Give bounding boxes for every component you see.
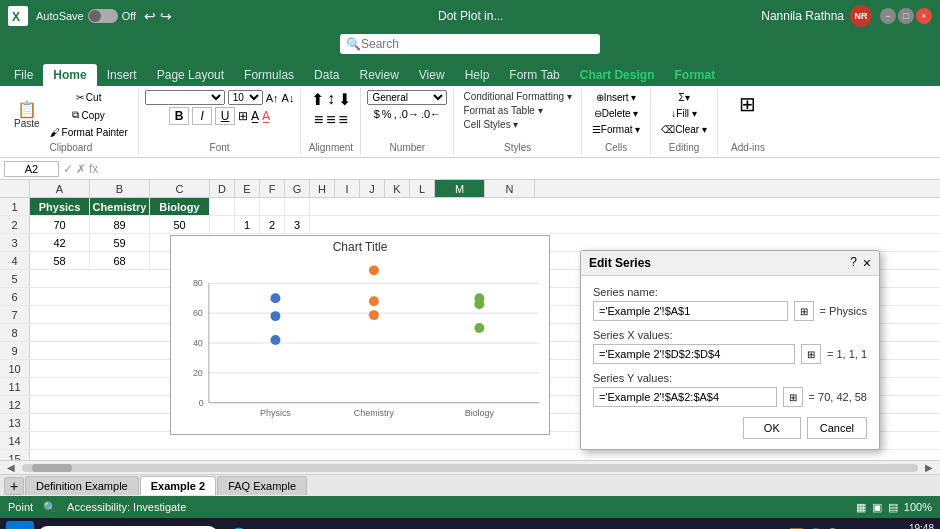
cell-E1[interactable]	[235, 198, 260, 215]
clear-button[interactable]: ⌫Clear ▾	[657, 122, 711, 137]
col-header-B[interactable]: B	[90, 180, 150, 197]
cell-B2[interactable]: 89	[90, 216, 150, 233]
insert-cells-button[interactable]: ⊕Insert ▾	[588, 90, 644, 105]
tab-file[interactable]: File	[4, 64, 43, 86]
cell-E2[interactable]: 1	[235, 216, 260, 233]
view-layout-icon[interactable]: ▣	[872, 501, 882, 514]
tab-home[interactable]: Home	[43, 64, 96, 86]
row-num-10[interactable]: 10	[0, 360, 30, 377]
taskbar-excel-icon[interactable]: X	[338, 523, 362, 529]
fx-icon[interactable]: fx	[89, 162, 98, 176]
cell-F1[interactable]	[260, 198, 285, 215]
dialog-help-button[interactable]: ?	[850, 255, 857, 271]
col-header-H[interactable]: H	[310, 180, 335, 197]
row-num-15[interactable]: 15	[0, 450, 30, 460]
fill-button[interactable]: ↓Fill ▾	[657, 106, 711, 121]
copy-button[interactable]: ⧉Copy	[46, 107, 132, 123]
cell-D2[interactable]	[210, 216, 235, 233]
col-header-L[interactable]: L	[410, 180, 435, 197]
increase-font-icon[interactable]: A↑	[266, 92, 279, 104]
col-header-I[interactable]: I	[335, 180, 360, 197]
col-header-F[interactable]: F	[260, 180, 285, 197]
formula-input[interactable]	[102, 163, 936, 175]
italic-button[interactable]: I	[192, 107, 212, 125]
row-num-6[interactable]: 6	[0, 288, 30, 305]
align-right-icon[interactable]: ≡	[339, 111, 348, 129]
paste-button[interactable]: 📋 Paste	[10, 100, 44, 131]
cut-button[interactable]: ✂Cut	[46, 90, 132, 105]
align-center-icon[interactable]: ≡	[326, 111, 335, 129]
cell-C1[interactable]: Biology	[150, 198, 210, 215]
horizontal-scrollbar[interactable]: ◀ ▶	[0, 460, 940, 474]
row-num-14[interactable]: 14	[0, 432, 30, 449]
col-header-N[interactable]: N	[485, 180, 535, 197]
taskbar-search[interactable]: 🔍 Search	[38, 526, 218, 530]
series-y-input[interactable]	[593, 387, 777, 407]
start-button[interactable]: ⊞	[6, 521, 34, 529]
series-name-expand-button[interactable]: ⊞	[794, 301, 814, 321]
dialog-close-button[interactable]: ×	[863, 255, 871, 271]
align-bottom-icon[interactable]: ⬇	[338, 90, 351, 109]
close-button[interactable]: ×	[916, 8, 932, 24]
row-num-2[interactable]: 2	[0, 216, 30, 233]
cell-G1[interactable]	[285, 198, 310, 215]
tab-view[interactable]: View	[409, 64, 455, 86]
row-num-9[interactable]: 9	[0, 342, 30, 359]
taskbar-teams-icon[interactable]: 👥	[310, 523, 334, 529]
cell-reference-input[interactable]	[4, 161, 59, 177]
scroll-left-button[interactable]: ◀	[4, 462, 18, 473]
font-color-icon[interactable]: A̲	[262, 109, 270, 123]
col-header-G[interactable]: G	[285, 180, 310, 197]
tab-formulas[interactable]: Formulas	[234, 64, 304, 86]
taskbar-edge-icon[interactable]: 🌐	[226, 523, 250, 529]
cell-A3[interactable]: 42	[30, 234, 90, 251]
font-size-select[interactable]: 10	[228, 90, 263, 105]
percent-icon[interactable]: %	[382, 108, 392, 120]
tab-format[interactable]: Format	[664, 64, 725, 86]
cross-icon[interactable]: ✗	[76, 162, 86, 176]
taskbar-mail-icon[interactable]: ✉	[282, 523, 306, 529]
sum-button[interactable]: Σ▾	[657, 90, 711, 105]
comma-icon[interactable]: ,	[394, 108, 397, 120]
col-header-M[interactable]: M	[435, 180, 485, 197]
row-num-13[interactable]: 13	[0, 414, 30, 431]
view-page-icon[interactable]: ▤	[888, 501, 898, 514]
borders-icon[interactable]: ⊞	[238, 109, 248, 123]
series-x-expand-button[interactable]: ⊞	[801, 344, 821, 364]
cancel-button[interactable]: Cancel	[807, 417, 867, 439]
format-painter-button[interactable]: 🖌Format Painter	[46, 125, 132, 140]
tab-chart-design[interactable]: Chart Design	[570, 64, 665, 86]
row-num-3[interactable]: 3	[0, 234, 30, 251]
row-num-12[interactable]: 12	[0, 396, 30, 413]
sheet-tab-example2[interactable]: Example 2	[140, 476, 216, 495]
cell-G2[interactable]: 3	[285, 216, 310, 233]
scroll-thumb[interactable]	[32, 464, 72, 472]
redo-icon[interactable]: ↪	[160, 8, 172, 24]
cell-B4[interactable]: 68	[90, 252, 150, 269]
ok-button[interactable]: OK	[743, 417, 801, 439]
tab-review[interactable]: Review	[349, 64, 408, 86]
cell-D1[interactable]	[210, 198, 235, 215]
underline-button[interactable]: U	[215, 107, 235, 125]
currency-icon[interactable]: $	[374, 108, 380, 120]
align-middle-icon[interactable]: ↕	[327, 90, 335, 109]
cell-styles-button[interactable]: Cell Styles ▾	[460, 118, 574, 131]
conditional-formatting-button[interactable]: Conditional Formatting ▾	[460, 90, 574, 103]
fill-color-icon[interactable]: A̲	[251, 109, 259, 123]
row-num-7[interactable]: 7	[0, 306, 30, 323]
tab-insert[interactable]: Insert	[97, 64, 147, 86]
scroll-track[interactable]	[22, 464, 918, 472]
taskbar-file-explorer-icon[interactable]: 📁	[254, 523, 278, 529]
scroll-right-button[interactable]: ▶	[922, 462, 936, 473]
series-y-expand-button[interactable]: ⊞	[783, 387, 803, 407]
tab-page-layout[interactable]: Page Layout	[147, 64, 234, 86]
col-header-C[interactable]: C	[150, 180, 210, 197]
cell-B3[interactable]: 59	[90, 234, 150, 251]
maximize-button[interactable]: □	[898, 8, 914, 24]
undo-icon[interactable]: ↩	[144, 8, 156, 24]
series-x-input[interactable]	[593, 344, 795, 364]
col-header-J[interactable]: J	[360, 180, 385, 197]
sheet-tab-definition[interactable]: Definition Example	[25, 476, 139, 495]
font-family-select[interactable]	[145, 90, 225, 105]
row-num-11[interactable]: 11	[0, 378, 30, 395]
